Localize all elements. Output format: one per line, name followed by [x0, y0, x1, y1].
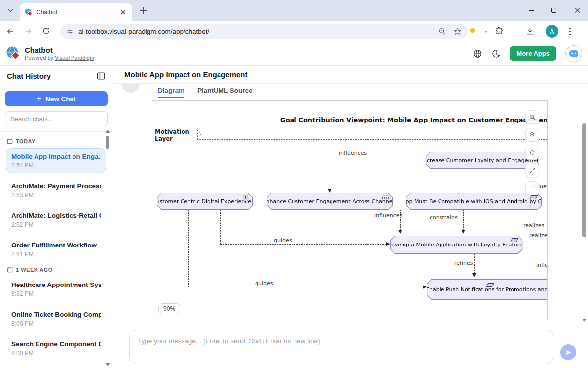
star-icon: [453, 27, 462, 36]
diagram-viewport[interactable]: Goal Contribution Viewpoint: Mobile App …: [152, 100, 548, 320]
tab-close-icon[interactable]: [119, 8, 127, 16]
tab-search-button[interactable]: [4, 4, 17, 17]
expand-arrows-icon: [529, 167, 536, 174]
main-scrollbar[interactable]: [581, 89, 587, 322]
window-close-button[interactable]: [565, 0, 588, 21]
url-bar[interactable]: ai-toolbox.visual-paradigm.com/app/chatb…: [60, 24, 468, 39]
diagram-expand-button[interactable]: [525, 164, 539, 177]
edge-guides-1: [220, 210, 221, 244]
tab-favicon-visual-paradigm-icon: [25, 8, 33, 16]
browser-toolbar: ai-toolbox.visual-paradigm.com/app/chatb…: [0, 21, 588, 41]
main-scrollbar-thumb[interactable]: [582, 123, 586, 237]
edge-influences-1: [330, 158, 330, 189]
chat-history-item-selected[interactable]: Mobile App Impact on Enga... 2:54 PM: [6, 148, 106, 173]
browser-menu-button[interactable]: [569, 28, 571, 35]
diagram-reset-zoom-button[interactable]: [525, 146, 539, 160]
scroll-up-arrow-icon[interactable]: [106, 130, 110, 133]
calendar-icon: [7, 138, 13, 144]
scroll-top-button[interactable]: [122, 84, 140, 93]
url-text: ai-toolbox.visual-paradigm.com/app/chatb…: [78, 28, 431, 35]
diagram-fullscreen-button[interactable]: [525, 181, 539, 195]
edge-guides-1: [220, 244, 386, 245]
language-globe-button[interactable]: [473, 49, 482, 59]
bookmark-star-button[interactable]: [453, 27, 462, 36]
edge-label-influences-clipped: influe: [536, 262, 548, 268]
forward-arrow-icon: [24, 27, 33, 36]
conversation-title: Mobile App Impact on Engagement: [112, 66, 588, 84]
chat-history-item[interactable]: ArchiMate: Logistics-Retail C... 2:52 PM: [6, 207, 106, 233]
chevron-down-icon: [8, 7, 13, 12]
reload-button[interactable]: [38, 24, 53, 39]
edge-realizes-1: [522, 244, 545, 244]
window-minimize-button[interactable]: [520, 0, 543, 21]
diagram-zoom-in-button[interactable]: [525, 110, 539, 124]
diagram-zoom-out-button[interactable]: [525, 128, 539, 142]
edge-label-guides: guides: [274, 237, 292, 244]
edge-label-influences: influences: [339, 150, 367, 156]
browser-tab-chatbot[interactable]: Chatbot: [20, 3, 132, 21]
chat-messages-area: Diagram PlantUML Source Goal Contributio…: [112, 84, 588, 324]
diagram-message-card: Diagram PlantUML Source Goal Contributio…: [152, 87, 548, 321]
downloads-button[interactable]: [525, 27, 535, 36]
chat-widget-button[interactable]: [565, 45, 582, 62]
arrowhead-down-icon: [328, 189, 331, 193]
page-zoom-button[interactable]: [438, 27, 446, 36]
back-button[interactable]: [3, 24, 18, 39]
zoom-out-magnifier-icon: [438, 27, 446, 36]
tab-diagram[interactable]: Diagram: [158, 87, 184, 98]
principle-icon: !: [243, 195, 248, 201]
edge-label-refines: refines: [454, 260, 473, 266]
chat-history-item[interactable]: Search Engine Component D... 8:00 PM: [6, 336, 106, 361]
window-maximize-button[interactable]: [543, 0, 565, 21]
extensions-button[interactable]: [494, 27, 503, 36]
chat-history-item[interactable]: Healthcare Appointment Sys... 8:32 PM: [6, 277, 106, 302]
edge-label-realizes: realizes: [529, 232, 548, 239]
diagram-node-goal-enhance-engagement: Enhance Customer Engagement Across Chann…: [267, 193, 393, 210]
tab-title: Chatbot: [37, 9, 119, 16]
diagram-tabs: Diagram PlantUML Source: [152, 87, 548, 100]
arrowhead-down-icon: [398, 230, 402, 234]
sidebar-scrollbar[interactable]: [105, 130, 110, 367]
forward-button[interactable]: [21, 24, 36, 39]
chat-history-item[interactable]: ArchiMate: Payment Process ... 2:53 PM: [6, 178, 106, 203]
edge-refines: [474, 254, 475, 274]
new-chat-button[interactable]: +New Chat: [5, 91, 108, 106]
app-header: Chatbot Powered by Visual Paradigm More …: [0, 41, 588, 66]
more-apps-button[interactable]: More Apps: [510, 46, 556, 61]
scroll-down-arrow-icon[interactable]: [582, 319, 586, 322]
chat-history-item[interactable]: Online Ticket Booking Comp... 8:00 PM: [6, 306, 106, 331]
visual-paradigm-link[interactable]: Visual Paradigm: [55, 55, 94, 61]
new-tab-button[interactable]: [137, 4, 149, 16]
toolbar-separator: [514, 27, 514, 36]
edge-influences-1: [330, 158, 426, 158]
sidebar-scrollbar-thumb[interactable]: [106, 136, 109, 149]
maximize-icon: [551, 8, 556, 13]
minimize-icon: [529, 10, 534, 10]
globe-icon: [473, 49, 482, 59]
reload-icon: [42, 27, 50, 35]
dark-mode-button[interactable]: [491, 49, 501, 58]
edge-constrains: [463, 210, 464, 230]
main-content: Mobile App Impact on Engagement Diagram …: [112, 66, 588, 368]
edge-label-influences: influences: [374, 212, 402, 219]
site-settings-tune-icon: [66, 28, 74, 35]
scroll-down-arrow-icon[interactable]: [106, 363, 110, 366]
goal-icon: [382, 195, 389, 201]
tab-plantuml-source[interactable]: PlantUML Source: [197, 87, 253, 97]
chat-history-item[interactable]: Order Fulfillment Workflow 2:51 PM: [6, 237, 106, 262]
close-icon: [573, 7, 580, 14]
calendar-icon: [7, 267, 13, 273]
diagram-node-requirement-develop-app: Develop a Mobile Application with Loyalt…: [390, 236, 522, 254]
search-chats-input[interactable]: [5, 111, 108, 126]
plus-icon: [140, 7, 147, 14]
arrowhead-right-icon: [423, 285, 427, 289]
back-arrow-icon: [6, 27, 15, 36]
collapse-sidebar-icon[interactable]: [97, 72, 105, 80]
chat-history-sidebar: Chat History +New Chat TODAY Mobile App …: [0, 66, 112, 368]
send-button[interactable]: [560, 344, 576, 360]
diagram-title: Goal Contribution Viewpoint: Mobile App …: [280, 116, 548, 123]
chat-history-item[interactable]: CRM System Component Dia...: [6, 366, 106, 368]
message-input[interactable]: [129, 330, 553, 364]
profile-avatar[interactable]: A: [546, 25, 558, 38]
browser-tabstrip: Chatbot: [0, 0, 588, 21]
